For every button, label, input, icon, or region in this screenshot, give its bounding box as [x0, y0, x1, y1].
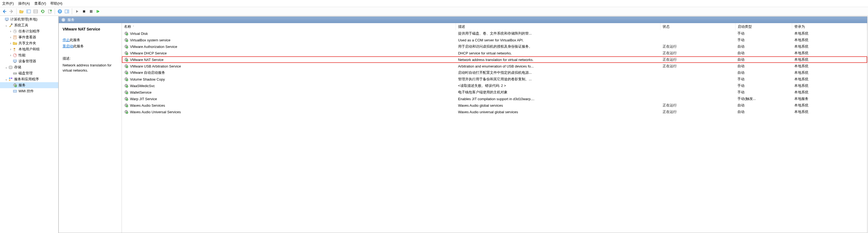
service-startup: 自动: [735, 69, 792, 76]
restart-service-link[interactable]: 重启动: [63, 44, 73, 48]
service-startup: 手动(触发...: [735, 95, 792, 102]
service-row[interactable]: Warp JIT ServiceEnables JIT compilation …: [122, 95, 867, 102]
service-startup: 自动: [735, 102, 792, 109]
tree-label: 存储: [14, 65, 21, 70]
tools-icon: [8, 23, 13, 28]
stop-service-link[interactable]: 停止: [63, 38, 70, 42]
restart-service-icon[interactable]: [95, 8, 101, 15]
column-startup-type[interactable]: 启动类型: [735, 23, 792, 30]
back-button[interactable]: [1, 8, 8, 15]
svg-point-24: [13, 48, 15, 50]
service-state: [660, 76, 736, 83]
export-list-icon[interactable]: [46, 8, 53, 15]
start-service-icon[interactable]: [74, 8, 80, 15]
tree-twisty-icon[interactable]: ›: [9, 53, 12, 57]
service-row[interactable]: VMware DHCP ServiceDHCP service for virt…: [122, 50, 867, 56]
tree-local-users[interactable]: › 本地用户和组: [0, 46, 58, 52]
link-suffix: 此服务: [73, 44, 84, 48]
tree-wmi[interactable]: WMI 控件: [0, 88, 58, 94]
tree-event-viewer[interactable]: › 事件查看器: [0, 34, 58, 40]
gear-icon: [124, 77, 128, 81]
service-name: VMware DHCP Service: [130, 51, 167, 55]
details-view-icon[interactable]: [32, 8, 39, 15]
tree-twisty-icon[interactable]: ›: [9, 35, 12, 39]
service-logon: 本地系统: [792, 37, 867, 43]
service-description: Enables JIT compilation support in d3d10…: [456, 95, 660, 102]
service-row[interactable]: Waves Audio Universal ServicesWaves Audi…: [122, 109, 867, 115]
column-state[interactable]: 状态: [660, 23, 736, 30]
svg-rect-12: [67, 10, 69, 13]
menu-file[interactable]: 文件(F): [2, 1, 14, 6]
menu-help[interactable]: 帮助(H): [50, 1, 62, 6]
tree-twisty-icon[interactable]: ⌄: [4, 23, 8, 27]
disk-icon: [12, 71, 18, 76]
tree-task-scheduler[interactable]: › 任务计划程序: [0, 28, 58, 34]
pause-service-icon[interactable]: [88, 8, 94, 15]
service-row[interactable]: WaaSMedicSvc<读取描述失败。错误代码: 2 >手动本地系统: [122, 83, 867, 89]
service-logon: 本地系统: [792, 50, 867, 56]
service-row[interactable]: Volume Shadow Copy管理并执行用于备份和其它用途的卷影复制。..…: [122, 76, 867, 83]
service-row[interactable]: VMware Authorization Service用于启动和访问虚拟机的授…: [122, 43, 867, 50]
service-row[interactable]: Virtual Disk提供用于磁盘、卷、文件系统和存储阵列的管...手动本地系…: [122, 30, 867, 37]
service-row[interactable]: WalletService电子钱包客户端使用的主机对象手动本地系统: [122, 89, 867, 95]
service-startup: 自动: [735, 63, 792, 69]
svg-rect-34: [13, 90, 17, 92]
service-row[interactable]: VMware 自动启动服务启动时自动打开配置文件中指定的虚拟机电源...自动本地…: [122, 69, 867, 76]
stop-service-icon[interactable]: [81, 8, 87, 15]
tree-performance[interactable]: › 性能: [0, 52, 58, 58]
tree-system-tools[interactable]: ⌄ 系统工具: [0, 22, 58, 28]
gear-icon: [124, 31, 128, 36]
show-properties-icon[interactable]: [64, 8, 70, 15]
service-row[interactable]: VMware NAT ServiceNetwork address transl…: [122, 56, 867, 63]
panel-title-bar: 服务: [59, 17, 867, 23]
tree-device-manager[interactable]: 设备管理器: [0, 58, 58, 64]
tree-services[interactable]: 服务: [0, 82, 58, 88]
service-state: [660, 69, 736, 76]
services-list[interactable]: 名称˄ 描述 状态 启动类型 登录为 Virtual Disk提供用于磁盘、卷、…: [122, 23, 867, 233]
computer-icon: [4, 17, 9, 22]
menu-view[interactable]: 查看(V): [34, 1, 46, 6]
service-description: 提供用于磁盘、卷、文件系统和存储阵列的管...: [456, 30, 660, 37]
help-icon[interactable]: ?: [57, 8, 63, 15]
users-icon: [12, 47, 18, 52]
service-logon: 本地系统: [792, 76, 867, 83]
tree-root[interactable]: 计算机管理(本地): [0, 16, 58, 22]
svg-point-19: [11, 23, 12, 25]
service-row[interactable]: Waves Audio ServicesWaves Audio global s…: [122, 102, 867, 109]
gear-icon: [124, 90, 128, 94]
service-row[interactable]: VMware USB Arbitration ServiceArbitratio…: [122, 63, 867, 69]
tree-twisty-icon[interactable]: ›: [9, 47, 12, 51]
tree-twisty-icon[interactable]: ⌄: [4, 77, 8, 81]
tree-twisty-icon[interactable]: ⌄: [4, 65, 8, 69]
tree-twisty-icon[interactable]: ›: [9, 41, 12, 45]
tree-disk-management[interactable]: 磁盘管理: [0, 70, 58, 76]
column-name[interactable]: 名称˄: [122, 23, 456, 30]
column-headers: 名称˄ 描述 状态 启动类型 登录为: [122, 23, 867, 30]
tree-shared-folders[interactable]: › 共享文件夹: [0, 40, 58, 46]
show-hide-tree-icon[interactable]: [25, 8, 32, 15]
service-logon: 本地系统: [792, 109, 867, 115]
column-logon-as[interactable]: 登录为: [792, 23, 867, 30]
service-startup: 自动: [735, 43, 792, 50]
service-name: WalletService: [130, 90, 152, 94]
folder-open-icon[interactable]: [18, 8, 25, 15]
svg-rect-5: [34, 10, 37, 13]
tree-services-apps[interactable]: ⌄ 服务和应用程序: [0, 76, 58, 82]
menu-action[interactable]: 操作(A): [18, 1, 30, 6]
service-startup: 自动: [735, 56, 792, 63]
service-name: Waves Audio Universal Services: [130, 110, 181, 114]
forward-button[interactable]: [8, 8, 15, 15]
storage-icon: [8, 65, 13, 70]
service-logon: 本地服务: [792, 95, 867, 102]
service-row[interactable]: VirtualBox system serviceUsed as a COM s…: [122, 37, 867, 43]
toolbar-separator: [72, 8, 72, 14]
service-name: VMware USB Arbitration Service: [130, 64, 181, 68]
tree-storage[interactable]: ⌄ 存储: [0, 64, 58, 70]
column-description[interactable]: 描述: [456, 23, 660, 30]
tree-label: 服务: [19, 83, 26, 88]
service-description: Network address translation for virtual …: [456, 56, 660, 63]
navigation-tree[interactable]: 计算机管理(本地) ⌄ 系统工具 › 任务计划程序 › 事件查看器 › 共享文件…: [0, 16, 59, 233]
refresh-icon[interactable]: [39, 8, 46, 15]
service-logon: 本地系统: [792, 83, 867, 89]
tree-twisty-icon[interactable]: ›: [9, 29, 12, 33]
